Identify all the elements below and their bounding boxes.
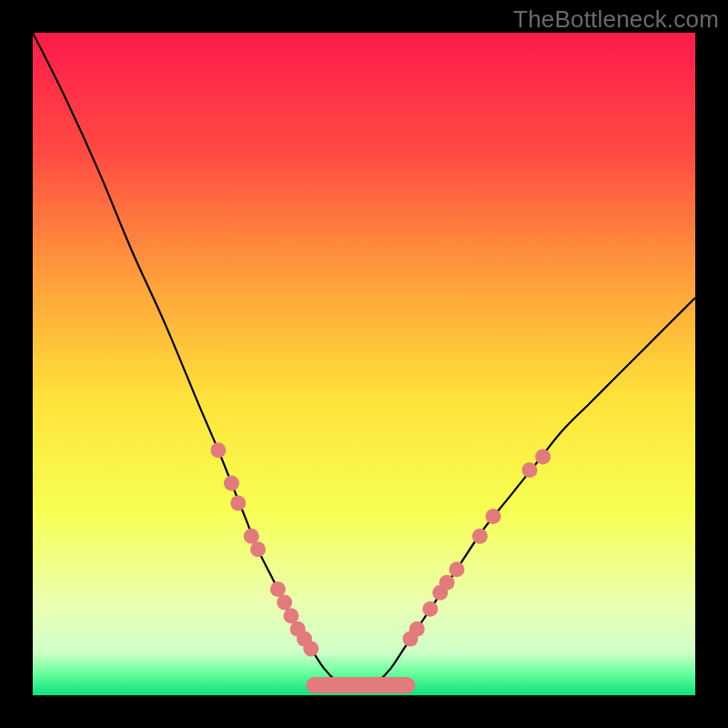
bottleneck-curve-chart	[33, 33, 695, 695]
plot-area	[33, 33, 695, 695]
gradient-background	[33, 33, 695, 695]
highlight-dot	[283, 608, 298, 623]
highlight-dot	[270, 581, 286, 597]
optimal-range-blob	[306, 677, 415, 693]
highlight-dot	[303, 642, 318, 657]
highlight-dot	[277, 595, 292, 611]
highlight-dot	[440, 575, 455, 591]
highlight-dot	[224, 476, 239, 491]
chart-frame: TheBottleneck.com	[0, 0, 728, 728]
watermark-text: TheBottleneck.com	[513, 5, 719, 34]
highlight-dot	[410, 622, 425, 637]
highlight-dot	[485, 509, 500, 524]
highlight-dot	[522, 462, 538, 478]
highlight-dot	[244, 529, 259, 544]
highlight-dot	[250, 541, 266, 557]
highlight-dot	[210, 442, 226, 458]
highlight-dot	[535, 449, 551, 464]
highlight-dot	[449, 561, 464, 577]
highlight-dot	[230, 495, 246, 511]
highlight-dot	[422, 602, 438, 617]
highlight-dot	[472, 529, 488, 544]
